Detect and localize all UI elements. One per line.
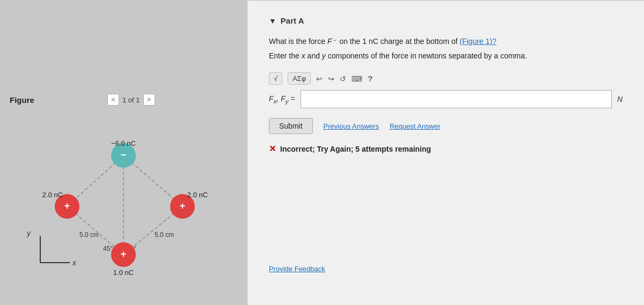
next-button[interactable]: >: [143, 94, 155, 106]
help-icon[interactable]: ?: [368, 74, 372, 83]
nav-text: 1 of 1: [122, 96, 140, 104]
prev-button[interactable]: <: [107, 94, 119, 106]
top-divider: [247, 0, 644, 1]
error-text: Incorrect; Try Again; 5 attempts remaini…: [280, 145, 431, 153]
keyboard-icon[interactable]: ⌨: [352, 75, 362, 83]
submit-row: Submit Previous Answers Request Answer: [269, 118, 623, 134]
part-header: ▼ Part A: [269, 16, 623, 25]
submit-button[interactable]: Submit: [269, 118, 313, 134]
sigma-icon: ΑΣφ: [292, 75, 306, 83]
right-panel: ▼ Part A What is the force F→ on the 1 n…: [247, 0, 644, 305]
figure-link[interactable]: (Figure 1)?: [460, 37, 496, 46]
question-line1: What is the force F→ on the 1 nC charge …: [269, 36, 623, 47]
unit-label: N: [617, 95, 623, 103]
undo-icon[interactable]: ↩: [316, 75, 323, 83]
y-axis-label: y: [26, 229, 31, 237]
angle-left-label: 45°: [103, 245, 113, 252]
figure-label: Figure: [10, 95, 34, 105]
request-answer-link[interactable]: Request Answer: [390, 122, 441, 130]
sqrt-button[interactable]: √: [269, 72, 282, 85]
right-charge-sign: +: [180, 200, 186, 211]
left-charge-sign: +: [64, 200, 70, 211]
top-charge-label: −6.0 nC: [111, 139, 136, 147]
redo-icon[interactable]: ↪: [328, 75, 334, 83]
bottom-charge-sign: +: [121, 249, 127, 259]
refresh-icon[interactable]: ↺: [340, 75, 346, 83]
distance-left: 5.0 cm: [79, 231, 99, 239]
feedback-link[interactable]: Provide Feedback: [269, 265, 325, 273]
part-collapse-icon[interactable]: ▼: [269, 17, 276, 25]
answer-toolbar: √ ΑΣφ ↩ ↪ ↺ ⌨ ?: [269, 72, 623, 85]
left-charge-label: 2.0 nC: [42, 191, 63, 199]
previous-answers-link[interactable]: Previous Answers: [324, 122, 379, 130]
diagram-area: y x 45° 45° 5.0 cm 5.0 cm −: [11, 113, 236, 284]
x-axis-label: x: [72, 258, 77, 267]
right-charge-label: 2.0 nC: [187, 191, 208, 199]
part-title: Part A: [281, 16, 304, 25]
answer-input[interactable]: [301, 90, 612, 108]
input-label: Fx, Fy =: [269, 94, 295, 105]
question-sub: Enter the x and y components of the forc…: [269, 50, 623, 62]
error-icon: ✕: [269, 144, 276, 154]
distance-right: 5.0 cm: [155, 231, 174, 239]
error-row: ✕ Incorrect; Try Again; 5 attempts remai…: [269, 144, 623, 154]
physics-diagram: y x 45° 45° 5.0 cm 5.0 cm −: [11, 113, 236, 284]
sqrt-icon: √: [274, 75, 277, 83]
top-charge-sign: −: [121, 150, 127, 160]
figure-nav: < 1 of 1 >: [107, 94, 155, 106]
left-panel: Figure < 1 of 1 > y x: [0, 0, 247, 305]
and-text: and: [308, 51, 320, 60]
bottom-charge-label: 1.0 nC: [113, 269, 134, 277]
input-row: Fx, Fy = N: [269, 90, 623, 108]
sigma-button[interactable]: ΑΣφ: [288, 72, 311, 85]
